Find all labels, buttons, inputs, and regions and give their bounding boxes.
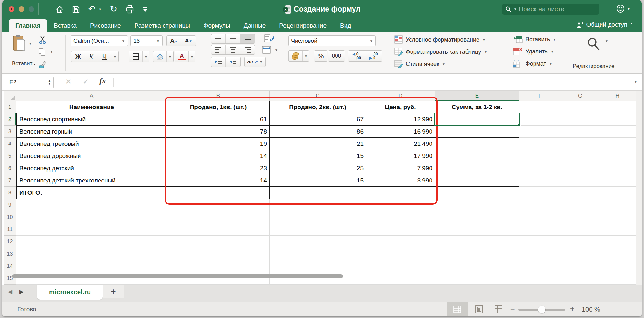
cell[interactable] (366, 248, 435, 260)
accounting-dropdown[interactable]: ▼ (303, 51, 309, 61)
cell-H8[interactable] (599, 187, 636, 199)
cell-B7[interactable]: 14 (167, 174, 270, 187)
cell-C6[interactable]: 25 (270, 162, 366, 174)
cut-icon[interactable] (38, 35, 47, 44)
tab-vstavka[interactable]: Вставка (47, 19, 83, 32)
underline-button[interactable]: Ч (98, 51, 111, 62)
column-header-G[interactable]: G (561, 91, 599, 101)
increase-decimal-button[interactable]: ,00▶,0 (365, 51, 382, 61)
font-color-dropdown[interactable]: ▼ (189, 51, 195, 62)
cell-B8[interactable] (167, 187, 270, 199)
vertical-scrollbar[interactable] (636, 91, 642, 285)
cell[interactable] (16, 260, 167, 272)
cell[interactable] (561, 248, 599, 260)
share-button[interactable]: Общий доступ ⌃ (576, 18, 633, 31)
cell-H1[interactable] (599, 101, 636, 113)
tab-glavnaya[interactable]: Главная (9, 19, 47, 32)
format-as-table-button[interactable]: Форматировать как таблицу ▼ (394, 48, 487, 56)
cell-E5[interactable] (435, 150, 519, 162)
cell[interactable] (270, 199, 366, 211)
column-header-A[interactable]: A (16, 91, 167, 101)
conditional-formatting-button[interactable]: Условное форматирование ▼ (394, 35, 486, 44)
cell-H7[interactable] (599, 174, 636, 187)
number-format-select[interactable]: Числовой ▼ (288, 35, 376, 46)
feedback-control[interactable]: ▼ (616, 4, 630, 13)
cell[interactable] (561, 211, 599, 223)
cell-H4[interactable] (599, 138, 636, 150)
tab-recenzirovanie[interactable]: Рецензирование (272, 19, 333, 32)
print-icon[interactable] (126, 5, 134, 14)
confirm-formula-icon[interactable]: ✓ (83, 78, 89, 86)
cell[interactable] (561, 260, 599, 272)
percent-style-button[interactable]: % (314, 50, 327, 62)
cell-B2[interactable]: 61 (167, 113, 270, 126)
cell[interactable] (599, 260, 636, 272)
cell-A7[interactable]: Велосипед детский трехколесный (16, 174, 167, 187)
comma-style-button[interactable]: 000 (328, 50, 345, 62)
cell[interactable] (599, 272, 636, 285)
row-header-11[interactable]: 11 (4, 223, 16, 236)
tab-dannye[interactable]: Данные (237, 19, 273, 32)
cancel-formula-icon[interactable]: ✕ (65, 78, 71, 86)
cell-styles-button[interactable]: Стили ячеек ▼ (394, 60, 445, 68)
format-cells-button[interactable]: Формат ▼ (513, 60, 552, 68)
row-header-12[interactable]: 12 (4, 236, 16, 248)
merge-cells-icon[interactable] (262, 46, 271, 54)
cell-B5[interactable]: 14 (167, 150, 270, 162)
cell-D2[interactable]: 12 990 (366, 113, 435, 126)
borders-dropdown[interactable]: ▼ (143, 51, 149, 62)
row-header-8[interactable]: 8 (4, 187, 16, 199)
borders-button[interactable] (129, 51, 143, 62)
row-header-4[interactable]: 4 (4, 138, 16, 150)
column-header-B[interactable]: B (167, 91, 270, 101)
row-header-3[interactable]: 3 (4, 126, 16, 138)
cell[interactable] (366, 236, 435, 248)
row-header-5[interactable]: 5 (4, 150, 16, 162)
cell-H2[interactable] (599, 113, 636, 126)
text-orientation-button[interactable]: ab ↗ ▼ (244, 57, 266, 67)
cell[interactable] (16, 236, 167, 248)
column-header-E[interactable]: E (435, 91, 519, 101)
search-scope-dropdown-icon[interactable]: ▼ (514, 7, 517, 11)
cell[interactable] (167, 199, 270, 211)
cell[interactable] (435, 272, 519, 285)
row-header-6[interactable]: 6 (4, 162, 16, 174)
cell-D7[interactable]: 3 990 (366, 174, 435, 187)
font-color-button[interactable]: А (175, 51, 189, 62)
cell[interactable] (519, 260, 561, 272)
cell-C8[interactable] (270, 187, 366, 199)
cell-E3[interactable] (435, 126, 519, 138)
cell[interactable] (561, 199, 599, 211)
row-header-7[interactable]: 7 (4, 174, 16, 187)
cell[interactable] (167, 211, 270, 223)
name-box-spinner[interactable]: ▲▼ (45, 79, 53, 86)
cell[interactable] (270, 211, 366, 223)
cell-D6[interactable]: 7 990 (366, 162, 435, 174)
cell[interactable] (561, 236, 599, 248)
cell-A3[interactable]: Велосипед горный (16, 126, 167, 138)
cell[interactable] (16, 211, 167, 223)
cell-C4[interactable]: 21 (270, 138, 366, 150)
cell-F7[interactable] (519, 174, 561, 187)
cell[interactable] (435, 248, 519, 260)
cell-D5[interactable]: 17 990 (366, 150, 435, 162)
cell-A8-total[interactable]: ИТОГО: (16, 187, 167, 199)
decrease-font-button[interactable]: A▼ (181, 36, 196, 46)
cell-E7[interactable] (435, 174, 519, 187)
cell-B6[interactable]: 23 (167, 162, 270, 174)
cell-G8[interactable] (561, 187, 599, 199)
accounting-format-button[interactable] (289, 51, 303, 61)
redo-icon[interactable]: ↻ (110, 5, 118, 14)
cell[interactable] (435, 199, 519, 211)
row-header-13[interactable]: 13 (4, 248, 16, 260)
cell-F3[interactable] (519, 126, 561, 138)
sheet-tab-active[interactable]: microexcel.ru (37, 285, 103, 300)
row-header-1[interactable]: 1 (4, 101, 16, 113)
cell[interactable] (435, 236, 519, 248)
page-layout-view-button[interactable] (470, 302, 488, 316)
cell[interactable] (519, 236, 561, 248)
cell[interactable] (519, 223, 561, 236)
select-all-button[interactable] (4, 91, 16, 101)
align-right-button[interactable] (240, 45, 255, 54)
cell-B3[interactable]: 78 (167, 126, 270, 138)
